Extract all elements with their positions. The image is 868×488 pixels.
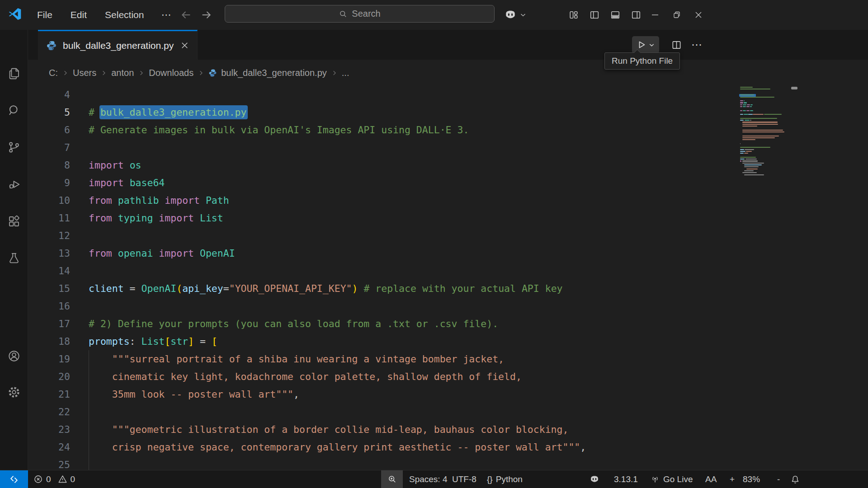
line-number: 19 bbox=[28, 350, 70, 368]
search-icon bbox=[339, 9, 348, 19]
restore-button[interactable] bbox=[669, 6, 684, 24]
zoom-indicator[interactable] bbox=[381, 470, 403, 488]
extensions-icon[interactable] bbox=[7, 215, 21, 228]
tooltip-label: Run Python File bbox=[612, 56, 673, 66]
python-file-icon bbox=[208, 69, 217, 77]
code-row[interactable]: 20 cinematic key light, kodachrome color… bbox=[28, 368, 868, 385]
tab-bulk-dalle3-generation[interactable]: bulk_dalle3_generation.py bbox=[38, 30, 198, 60]
chevron-right-icon bbox=[331, 70, 338, 76]
line-number: 15 bbox=[28, 280, 70, 297]
line-number: 5 bbox=[28, 103, 70, 121]
back-arrow-icon[interactable] bbox=[180, 9, 192, 21]
copilot-status[interactable] bbox=[589, 470, 600, 488]
line-number: 16 bbox=[28, 297, 70, 315]
indentation-status[interactable]: Spaces: 4 bbox=[409, 470, 448, 488]
code-row[interactable]: 16 bbox=[28, 297, 868, 315]
run-debug-icon[interactable] bbox=[7, 178, 21, 191]
breadcrumb-drive[interactable]: C: bbox=[49, 68, 58, 78]
split-editor-icon[interactable] bbox=[667, 36, 685, 53]
line-number: 25 bbox=[28, 456, 70, 470]
line-number: 6 bbox=[28, 121, 70, 139]
breadcrumb-symbol[interactable]: ... bbox=[342, 68, 349, 78]
close-icon[interactable] bbox=[691, 6, 706, 24]
forward-arrow-icon[interactable] bbox=[201, 9, 212, 21]
code-row[interactable]: 21 35mm look -- poster wall art""", bbox=[28, 385, 868, 403]
copilot-icon bbox=[504, 8, 517, 22]
settings-gear-icon[interactable] bbox=[7, 385, 21, 399]
run-dropdown-chevron-icon[interactable] bbox=[648, 41, 656, 49]
zoom-percent-label: 83% bbox=[743, 474, 760, 484]
testing-icon[interactable] bbox=[7, 251, 21, 265]
run-python-file-button[interactable] bbox=[636, 39, 647, 50]
code-row[interactable]: 18prompts: List[str] = [ bbox=[28, 333, 868, 350]
code-text: client = OpenAI(api_key="YOUR_OPENAI_API… bbox=[89, 280, 563, 297]
breadcrumb-filename[interactable]: bulk_dalle3_generation.py bbox=[221, 68, 327, 78]
tab-close-icon[interactable] bbox=[180, 41, 189, 50]
code-row[interactable]: 15client = OpenAI(api_key="YOUR_OPENAI_A… bbox=[28, 280, 868, 297]
chevron-right-icon bbox=[138, 70, 145, 76]
toggle-secondary-sidebar-icon[interactable] bbox=[631, 10, 641, 20]
code-text: import os bbox=[89, 156, 142, 174]
breadcrumb-downloads[interactable]: Downloads bbox=[149, 68, 193, 78]
menu-edit[interactable]: Edit bbox=[63, 7, 94, 23]
chevron-right-icon bbox=[62, 70, 69, 76]
language-status[interactable]: {} Python bbox=[487, 470, 523, 488]
menu-file[interactable]: File bbox=[30, 7, 60, 23]
remote-indicator[interactable] bbox=[0, 470, 28, 488]
code-text: cinematic key light, kodachrome color pa… bbox=[89, 368, 522, 385]
line-number: 24 bbox=[28, 438, 70, 456]
line-number: 12 bbox=[28, 227, 70, 244]
copilot-icon bbox=[589, 474, 600, 485]
indent-guide bbox=[89, 403, 89, 421]
code-row[interactable]: 17# 2) Define your prompts (you can also… bbox=[28, 315, 868, 333]
brackets-icon: {} bbox=[487, 474, 493, 484]
code-text: from openai import OpenAI bbox=[89, 244, 235, 262]
menu-bar: File Edit Selection ⋯ bbox=[30, 0, 178, 30]
code-row[interactable]: 24 crisp negative space, contemporary ga… bbox=[28, 438, 868, 456]
python-version-status[interactable]: 3.13.1 bbox=[614, 470, 638, 488]
scrollbar-thumb[interactable] bbox=[791, 87, 797, 89]
editor-actions-more-icon[interactable]: ⋯ bbox=[688, 36, 706, 53]
minimap[interactable] bbox=[740, 87, 818, 277]
toggle-panel-icon[interactable] bbox=[610, 10, 620, 20]
code-text: # bulk_dalle3_generation.py bbox=[89, 103, 247, 121]
code-editor[interactable]: 45# bulk_dalle3_generation.py6# Generate… bbox=[28, 86, 868, 470]
encoding-label: UTF-8 bbox=[452, 474, 476, 484]
source-control-icon[interactable] bbox=[7, 141, 21, 154]
zoom-plus-button[interactable]: + bbox=[730, 470, 735, 488]
menu-selection[interactable]: Selection bbox=[98, 7, 151, 23]
breadcrumb-anton[interactable]: anton bbox=[111, 68, 134, 78]
encoding-status[interactable]: UTF-8 bbox=[452, 470, 476, 488]
customize-layout-icon[interactable] bbox=[569, 10, 579, 20]
code-row[interactable]: 23 """geometric illustration of a border… bbox=[28, 421, 868, 438]
line-number: 9 bbox=[28, 174, 70, 192]
line-number: 22 bbox=[28, 403, 70, 421]
minimize-button[interactable] bbox=[647, 6, 663, 24]
notifications-bell[interactable] bbox=[790, 470, 800, 488]
code-row[interactable]: 25 bbox=[28, 456, 868, 470]
menu-overflow-icon[interactable]: ⋯ bbox=[155, 6, 178, 23]
problems-status[interactable]: 0 0 bbox=[33, 470, 75, 488]
warning-count: 0 bbox=[71, 474, 75, 484]
zoom-minus-button[interactable]: - bbox=[777, 470, 780, 488]
line-number: 13 bbox=[28, 244, 70, 262]
search-sidebar-icon[interactable] bbox=[7, 103, 21, 117]
font-size-status[interactable]: AA bbox=[705, 470, 717, 488]
window-controls bbox=[647, 0, 706, 30]
go-live-status[interactable]: Go Live bbox=[650, 470, 693, 488]
line-number: 18 bbox=[28, 333, 70, 350]
explorer-icon[interactable] bbox=[7, 67, 21, 80]
zoom-percent-status[interactable]: 83% bbox=[743, 470, 760, 488]
chevron-right-icon bbox=[100, 70, 107, 76]
toggle-sidebar-icon[interactable] bbox=[590, 10, 599, 20]
layout-controls bbox=[569, 0, 641, 30]
code-row[interactable]: 22 bbox=[28, 403, 868, 421]
command-center-search[interactable]: Search bbox=[225, 5, 495, 23]
python-file-icon bbox=[46, 40, 57, 51]
code-row[interactable]: 19 """surreal portrait of a shiba inu we… bbox=[28, 350, 868, 368]
title-bar: File Edit Selection ⋯ Search bbox=[0, 0, 868, 30]
chevron-down-icon bbox=[519, 11, 527, 19]
accounts-icon[interactable] bbox=[7, 349, 21, 363]
copilot-menu[interactable] bbox=[504, 0, 527, 30]
breadcrumb-users[interactable]: Users bbox=[73, 68, 96, 78]
